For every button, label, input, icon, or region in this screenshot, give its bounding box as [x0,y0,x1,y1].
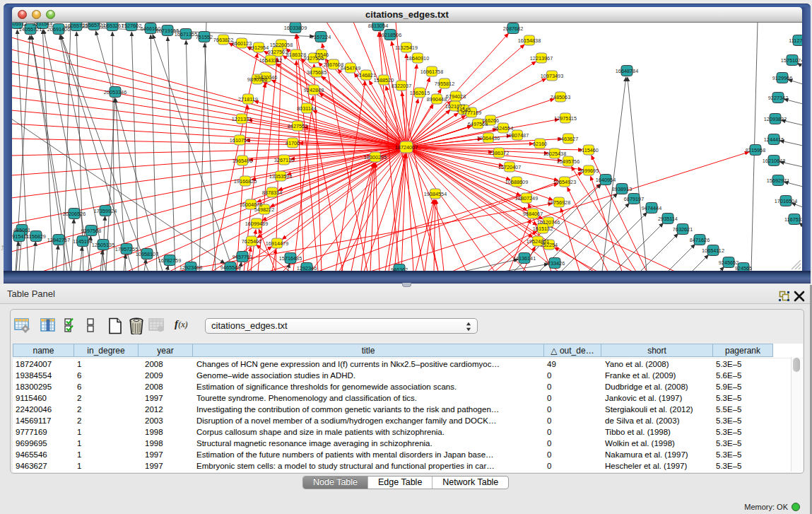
svg-text:14136141: 14136141 [513,255,536,262]
svg-text:19218506: 19218506 [379,32,401,38]
svg-text:8454749: 8454749 [341,65,360,71]
svg-text:17957255: 17957255 [115,246,138,252]
svg-text:8471626: 8471626 [690,237,710,243]
svg-text:19166825: 19166825 [234,178,257,185]
svg-text:7955812: 7955812 [435,81,454,87]
svg-text:16210643: 16210643 [763,158,785,164]
svg-text:12213967: 12213967 [530,55,553,62]
svg-text:8322037: 8322037 [392,83,411,89]
svg-text:18300295: 18300295 [364,154,387,160]
svg-text:5498222: 5498222 [254,206,274,213]
svg-text:9327503: 9327503 [268,49,288,55]
svg-text:6794028: 6794028 [446,93,466,100]
svg-text:10653267: 10653267 [101,23,124,29]
svg-text:20053346: 20053346 [104,89,126,95]
svg-text:9465546: 9465546 [220,264,240,271]
svg-text:10120746: 10120746 [537,219,560,226]
svg-text:1615132: 1615132 [533,226,553,232]
svg-text:18724007: 18724007 [395,144,418,151]
svg-text:12975115: 12975115 [554,115,577,122]
svg-text:20364436: 20364436 [477,135,500,141]
svg-text:12093832: 12093832 [764,116,787,122]
svg-text:1112705: 1112705 [789,37,802,44]
svg-text:8878334: 8878334 [262,189,282,196]
svg-text:7357224: 7357224 [311,34,331,40]
svg-text:75546: 75546 [314,52,329,58]
svg-text:924565: 924565 [735,265,752,271]
svg-text:12505135: 12505135 [92,242,114,248]
svg-text:15226058: 15226058 [270,42,293,48]
svg-text:485061: 485061 [13,227,30,233]
svg-text:15692971: 15692971 [767,177,789,184]
svg-text:1610755: 1610755 [230,137,249,144]
svg-text:18640910: 18640910 [406,55,429,62]
svg-text:9699695: 9699695 [579,168,599,174]
svg-text:19654923: 19654923 [553,179,576,185]
svg-text:1244415: 1244415 [764,136,784,143]
svg-text:15495756: 15495756 [557,158,579,165]
svg-text:13353594: 13353594 [269,173,292,180]
svg-text:16648784: 16648784 [616,68,638,74]
svg-text:9129966: 9129966 [772,75,792,81]
svg-text:8912954: 8912954 [249,45,269,51]
svg-text:10688609: 10688609 [505,179,528,185]
svg-text:9227342: 9227342 [768,95,788,101]
svg-text:11325419: 11325419 [395,45,418,51]
svg-text:10973493: 10973493 [541,73,563,79]
svg-text:7625402: 7625402 [242,238,261,245]
svg-text:16961758: 16961758 [420,69,443,75]
svg-text:20206526: 20206526 [63,211,86,217]
svg-text:16914479: 16914479 [266,240,288,247]
svg-text:3624554: 3624554 [493,125,513,132]
svg-text:16543382: 16543382 [259,57,282,64]
svg-text:9463627: 9463627 [558,136,578,142]
svg-text:16099489: 16099489 [245,221,268,227]
svg-text:1362615: 1362615 [410,90,430,96]
svg-text:9474444: 9474444 [642,205,661,211]
svg-text:10654112: 10654112 [702,247,724,254]
svg-text:1733426: 1733426 [545,260,565,267]
svg-text:9884067: 9884067 [523,211,543,217]
svg-text:7485063: 7485063 [551,94,570,100]
svg-text:19384554: 19384554 [424,191,447,197]
svg-text:16033809: 16033809 [284,25,307,31]
svg-text:9397568: 9397568 [81,228,101,234]
svg-text:2718119: 2718119 [238,96,258,103]
svg-text:18807249: 18807249 [515,195,538,201]
svg-text:2935114: 2935114 [658,216,678,222]
svg-text:8813054: 8813054 [368,23,388,29]
svg-text:3267130: 3267130 [274,157,294,163]
svg-text:9777169: 9777169 [461,110,481,116]
svg-text:3875685: 3875685 [307,69,326,76]
svg-text:7663822: 7663822 [213,37,233,43]
svg-text:16782759: 16782759 [158,257,181,264]
svg-text:751552: 751552 [196,34,213,40]
svg-text:9242848: 9242848 [304,87,324,93]
svg-text:16671355: 16671355 [175,31,197,37]
svg-text:15720407: 15720407 [498,164,521,170]
svg-text:8427552: 8427552 [288,123,307,129]
svg-text:252254: 252254 [541,242,558,248]
svg-text:15716485: 15716485 [279,255,302,262]
svg-text:6879197: 6879197 [624,196,644,202]
svg-text:8990448: 8990448 [427,96,447,103]
svg-text:10807487: 10807487 [506,132,529,139]
svg-text:62160: 62160 [533,141,547,147]
svg-text:15751074: 15751074 [781,57,802,64]
svg-text:7632621: 7632621 [673,226,693,233]
svg-text:9115460: 9115460 [579,147,599,153]
svg-text:1965496: 1965496 [233,158,252,164]
svg-text:8215958: 8215958 [746,147,765,153]
svg-text:1156829: 1156829 [26,233,46,240]
svg-text:1292346: 1292346 [297,265,317,271]
svg-text:7386372: 7386372 [489,150,509,156]
svg-text:12923468: 12923468 [180,264,202,271]
svg-text:1527602: 1527602 [122,23,141,29]
svg-text:14055721: 14055721 [19,26,42,33]
svg-text:1221331: 1221331 [232,116,252,122]
svg-text:12942757: 12942757 [47,237,70,243]
svg-text:10958107: 10958107 [136,251,158,257]
svg-text:16154838: 16154838 [518,37,541,44]
svg-text:746266: 746266 [482,117,499,124]
svg-text:1145194: 1145194 [73,238,93,245]
